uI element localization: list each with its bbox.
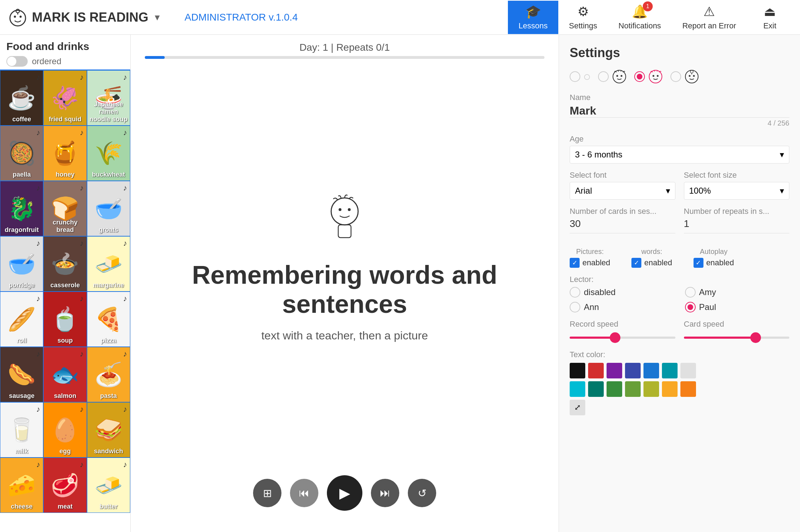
grid-item-ramen[interactable]: ♪🍜Japanese ramen noodle soup — [87, 70, 130, 126]
font-size-select[interactable]: 100% ▾ — [684, 182, 790, 200]
autoplay-enabled-row: ✓ enabled — [694, 258, 734, 268]
color-swatch-1[interactable] — [588, 363, 604, 378]
music-note-egg: ♪ — [80, 405, 84, 414]
grid-item-honey[interactable]: ♪🍯honey — [43, 126, 87, 181]
avatar-option-blank[interactable]: ○ — [570, 69, 591, 84]
prev-button[interactable]: ⏮ — [290, 479, 318, 507]
pictures-enabled-label: enabled — [582, 258, 610, 267]
grid-item-meat[interactable]: ♪🥩meat — [43, 458, 87, 513]
ordered-toggle[interactable] — [6, 56, 28, 67]
card-speed-slider[interactable] — [684, 332, 790, 343]
record-speed-slider[interactable] — [570, 332, 675, 343]
grid-item-margarine[interactable]: ♪🧈margarine — [87, 236, 130, 292]
item-emoji-crunchy-bread: 🍞 — [51, 195, 79, 222]
grid-item-dragonfruit[interactable]: ♪🐉dragonfruit — [0, 181, 43, 236]
lector-ann[interactable]: Ann — [570, 302, 674, 312]
grid-item-cheese[interactable]: ♪🧀cheese — [0, 458, 43, 513]
name-value[interactable]: Mark — [570, 104, 596, 117]
grid-item-butter[interactable]: ♪🧈butter — [87, 458, 130, 513]
lector-disabled[interactable]: disabled — [570, 287, 674, 298]
radio-lector-disabled[interactable] — [570, 287, 580, 298]
color-swatch-13[interactable] — [680, 381, 696, 397]
radio-girl1[interactable] — [598, 71, 609, 82]
music-note-buckwheat: ♪ — [123, 128, 127, 137]
grid-item-salmon[interactable]: ♪🐟salmon — [43, 347, 87, 402]
color-swatch-6[interactable] — [680, 363, 696, 378]
grid-item-milk[interactable]: ♪🥛milk — [0, 402, 43, 458]
color-swatch-4[interactable] — [643, 363, 659, 378]
grid-item-egg[interactable]: ♪🥚egg — [43, 402, 87, 458]
center-panel: Day: 1 | Repeats 0/1 — [131, 35, 559, 532]
grid-item-crunchy-bread[interactable]: ♪🍞crunchy bread — [43, 181, 87, 236]
color-swatch-3[interactable] — [625, 363, 641, 378]
item-emoji-groats: 🥣 — [94, 195, 123, 222]
grid-item-sausage[interactable]: ♪🌭sausage — [0, 347, 43, 402]
grid-item-pasta[interactable]: ♪🍝pasta — [87, 347, 130, 402]
pictures-checkbox[interactable]: ✓ — [570, 258, 580, 268]
pictures-section: Pictures: ✓ enabled — [570, 248, 610, 268]
grid-item-paella[interactable]: ♪🥘paella — [0, 126, 43, 181]
color-swatch-12[interactable] — [662, 381, 678, 397]
radio-blank[interactable] — [570, 71, 580, 82]
item-emoji-salmon: 🐟 — [51, 361, 79, 388]
color-swatch-10[interactable] — [625, 381, 641, 397]
item-emoji-soup: 🍵 — [51, 306, 79, 333]
profile-dropdown[interactable]: ▾ — [155, 11, 160, 23]
record-speed-thumb[interactable] — [610, 332, 620, 343]
font-select[interactable]: Arial ▾ — [570, 182, 675, 200]
item-emoji-pizza: 🍕 — [94, 306, 123, 333]
grid-item-pizza[interactable]: ♪🍕pizza — [87, 292, 130, 347]
grid-item-soup[interactable]: ♪🍵soup — [43, 292, 87, 347]
color-swatch-7[interactable] — [570, 381, 585, 397]
grid-item-roll[interactable]: ♪🥖roll — [0, 292, 43, 347]
music-note-paella: ♪ — [36, 128, 40, 137]
item-emoji-casserole: 🍲 — [51, 251, 79, 277]
repeats-value[interactable]: 1 — [684, 218, 690, 229]
words-checkbox[interactable]: ✓ — [631, 258, 641, 268]
center-illustration — [320, 192, 369, 250]
grid-item-buckwheat[interactable]: ♪🌾buckwheat — [87, 126, 130, 181]
color-swatch-0[interactable] — [570, 363, 585, 378]
color-swatch-8[interactable] — [588, 381, 604, 397]
avatar-option-girl1[interactable] — [598, 69, 627, 84]
cards-value[interactable]: 30 — [570, 218, 581, 229]
repeat-button[interactable]: ↺ — [408, 479, 436, 507]
lector-paul[interactable]: Paul — [685, 302, 790, 312]
radio-lector-ann[interactable] — [570, 302, 580, 312]
avatar-option-girl2[interactable] — [634, 69, 663, 84]
radio-lector-paul[interactable] — [685, 302, 696, 312]
grid-item-fried-squid[interactable]: ♪🦑fried squid — [43, 70, 87, 126]
right-panel: Settings ○ — [559, 35, 800, 532]
nav-notifications[interactable]: 🔔 1 Notifications — [608, 1, 672, 34]
nav-report-error[interactable]: ⚠ Report an Error — [672, 1, 747, 34]
grid-item-coffee[interactable]: ♪☕coffee — [0, 70, 43, 126]
color-swatch-11[interactable] — [643, 381, 659, 397]
music-note-crunchy-bread: ♪ — [80, 183, 84, 193]
card-speed-thumb[interactable] — [750, 332, 761, 343]
color-expand-button[interactable]: ⤢ — [570, 400, 585, 415]
color-swatch-9[interactable] — [607, 381, 622, 397]
nav-exit[interactable]: ⏏ Exit — [747, 1, 793, 34]
svg-point-17 — [693, 75, 695, 77]
avatar-option-boy[interactable] — [670, 69, 700, 84]
play-button[interactable]: ▶ — [327, 475, 362, 511]
nav-settings[interactable]: ⚙ Settings — [558, 1, 608, 34]
lector-amy[interactable]: Amy — [685, 287, 790, 298]
radio-girl2-inner — [637, 74, 642, 79]
age-select[interactable]: 3 - 6 months ▾ — [570, 146, 789, 164]
lector-disabled-label: disabled — [584, 287, 615, 297]
grid-item-casserole[interactable]: ♪🍲casserole — [43, 236, 87, 292]
grid-item-groats[interactable]: ♪🥣groats — [87, 181, 130, 236]
grid-button[interactable]: ⊞ — [253, 479, 281, 507]
next-button[interactable]: ⏭ — [371, 479, 399, 507]
color-swatch-5[interactable] — [662, 363, 678, 378]
grid-item-porridge[interactable]: ♪🥣porridge — [0, 236, 43, 292]
autoplay-checkbox[interactable]: ✓ — [694, 258, 703, 268]
svg-point-9 — [613, 70, 626, 83]
grid-item-sandwich[interactable]: ♪🥪sandwich — [87, 402, 130, 458]
radio-boy[interactable] — [670, 71, 681, 82]
radio-girl2[interactable] — [634, 71, 645, 82]
radio-lector-amy[interactable] — [685, 287, 696, 298]
nav-lessons[interactable]: 🎓 Lessons — [508, 1, 558, 34]
color-swatch-2[interactable] — [607, 363, 622, 378]
